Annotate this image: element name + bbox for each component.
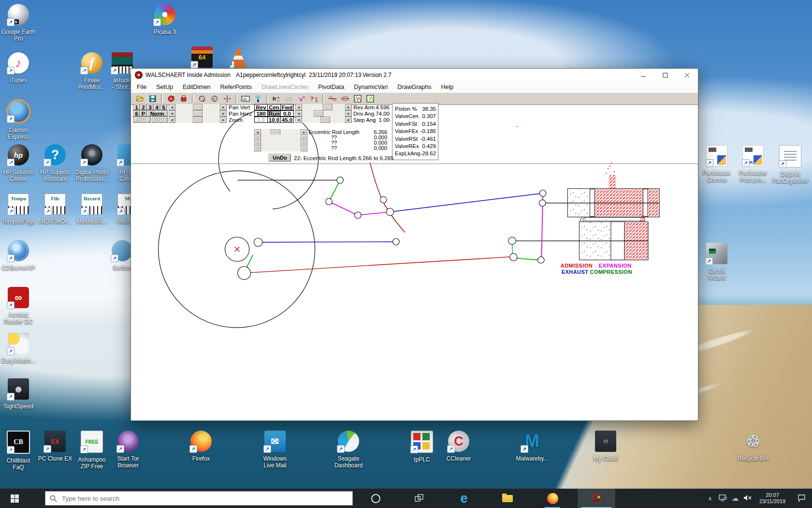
desktop-icon-hp-solution-center[interactable]: hp↗HP SolutionCenter bbox=[0, 144, 39, 183]
tray-chevron-icon[interactable]: ∧ bbox=[704, 495, 716, 502]
wave-icon[interactable] bbox=[326, 94, 339, 104]
scroll-thumb[interactable] bbox=[320, 117, 330, 123]
close-button[interactable] bbox=[676, 69, 698, 82]
desktop-icon-tempo-tempusfugit[interactable]: Tempo↗TempusFugit bbox=[0, 194, 39, 225]
menu-pivotdata[interactable]: PivotData bbox=[313, 84, 349, 90]
menu-setup[interactable]: SetUp bbox=[151, 84, 178, 90]
scroll-right-icon[interactable]: ▸ bbox=[220, 110, 227, 117]
graph-yellow-green-icon[interactable] bbox=[364, 94, 377, 104]
open-folder-icon[interactable] bbox=[134, 94, 146, 104]
print-icon[interactable] bbox=[177, 94, 190, 104]
q4-arrow-icon[interactable]: ?4 bbox=[308, 94, 320, 104]
rotate-ccw-icon[interactable] bbox=[208, 94, 221, 104]
view-button-1[interactable]: 1 bbox=[133, 104, 140, 110]
cell-180[interactable]: 180 bbox=[254, 110, 268, 117]
scroll-left-icon[interactable]: ◂ bbox=[169, 110, 175, 117]
calc-icon[interactable]: c|c bbox=[239, 94, 252, 104]
menu-dynamicvari[interactable]: DynamicVari bbox=[349, 84, 392, 90]
cell-fwd[interactable]: Fwd bbox=[280, 104, 294, 110]
desktop-icon-traffic-cone[interactable]: ↗ bbox=[218, 46, 259, 68]
task-view-button[interactable] bbox=[407, 489, 431, 508]
undo-button[interactable]: UnDo bbox=[269, 154, 291, 162]
scroll-right-icon[interactable]: ▸ bbox=[220, 117, 227, 123]
disc-icon[interactable] bbox=[165, 94, 177, 104]
desktop-icon-itunes[interactable]: ♪↗iTunes bbox=[0, 52, 39, 84]
cell-10.0[interactable]: 10.0 bbox=[267, 117, 281, 123]
cell-45.0[interactable]: 45.0 bbox=[280, 117, 294, 123]
desktop-icon-sightspeed[interactable]: ☻↗SightSpeed bbox=[0, 378, 39, 410]
cell-rev[interactable]: Rev bbox=[254, 104, 268, 110]
menu-referpoints[interactable]: ReferPoints bbox=[216, 84, 257, 90]
slider-step-ang[interactable]: ◂▸ bbox=[295, 117, 352, 123]
desktop-icon-malwarebytes[interactable]: M↗Malwareby... bbox=[511, 431, 553, 463]
scroll-right-icon[interactable]: ▸ bbox=[345, 104, 352, 110]
view-button-5[interactable]: 5 bbox=[160, 104, 167, 110]
scroll-right-icon[interactable]: ▸ bbox=[220, 104, 227, 110]
desktop-icon-start-tor-browser[interactable]: ↗Start TorBrowser bbox=[107, 431, 149, 469]
menu-help[interactable]: Help bbox=[436, 84, 458, 90]
desktop-icon-ccleaner[interactable]: C↗CCleaner bbox=[438, 431, 479, 463]
slider-pan-vert[interactable]: ◂▸ bbox=[169, 104, 227, 110]
desktop-icon-mini-midi-recorder[interactable]: Record↗MiniMidiR... bbox=[71, 194, 113, 225]
desktop-icon-my-cloud[interactable]: ○My Cloud bbox=[585, 431, 626, 463]
view-button-3[interactable]: 3 bbox=[146, 104, 154, 110]
graph-green-red-icon[interactable] bbox=[351, 94, 364, 104]
rotate-cw-icon[interactable] bbox=[196, 94, 208, 104]
title-bar[interactable]: WALSCHAERT Inside Admission A1peppercorn… bbox=[131, 69, 698, 81]
menu-editdimen[interactable]: EditDimen bbox=[178, 84, 216, 90]
scroll-left-icon[interactable]: ◂ bbox=[169, 104, 175, 110]
desktop-icon-tpplc[interactable]: ↗tpPLC bbox=[401, 431, 443, 463]
desktop-icon-hp-support-assistant[interactable]: ?↗HP SupportAssistant bbox=[34, 144, 76, 183]
search-input[interactable] bbox=[61, 494, 324, 503]
network-icon[interactable] bbox=[716, 494, 729, 503]
desktop-icon-sixty-four[interactable]: 64↗ bbox=[181, 46, 223, 68]
slider-rev-arm[interactable]: ◂▸ bbox=[295, 104, 352, 110]
desktop-icon-midifile-organiser[interactable]: File↗MIDIFileOr... bbox=[34, 194, 76, 225]
slider-pan-horz[interactable]: ◂▸ bbox=[169, 110, 227, 117]
walschaert-taskbar-icon[interactable] bbox=[578, 489, 615, 508]
desktop-icon-circuit-wizard[interactable]: ↗CircuitWizard bbox=[696, 243, 738, 282]
taskbar-search[interactable] bbox=[45, 491, 353, 506]
desktop-icon-cdburnerxp[interactable]: ↗CDBurnerXP bbox=[0, 240, 39, 272]
cell-cen[interactable]: Cen bbox=[267, 104, 281, 110]
view-button-6[interactable]: 6 bbox=[133, 110, 140, 117]
cell-1.0[interactable]: 1.0 bbox=[254, 117, 268, 123]
scroll-thumb[interactable] bbox=[193, 104, 203, 110]
menu-drawlinescircles[interactable]: DrawLinesCircles bbox=[257, 84, 313, 90]
scroll-left-icon[interactable]: ◂ bbox=[169, 117, 175, 123]
scroll-left-icon[interactable]: ◂ bbox=[254, 145, 261, 151]
file-explorer-taskbar-icon[interactable] bbox=[496, 489, 519, 508]
onedrive-icon[interactable]: ☁ bbox=[729, 494, 741, 503]
v2-check-icon[interactable]: 2 bbox=[295, 94, 308, 104]
minimize-button[interactable] bbox=[633, 69, 654, 82]
scroll-right-icon[interactable]: ▸ bbox=[345, 117, 352, 123]
move-axis-icon[interactable] bbox=[221, 94, 233, 104]
view-button-rp1[interactable]: RP1 bbox=[133, 117, 151, 123]
desktop-icon-recycle-bin[interactable]: ♲Recycle Bin bbox=[732, 431, 774, 463]
desktop-icon-garmin-express[interactable]: ↗GarminExpress bbox=[0, 99, 39, 141]
slider-driv-ang[interactable]: ◂▸ bbox=[295, 110, 352, 117]
ellipse-icon[interactable] bbox=[339, 94, 351, 104]
h2-arrow-icon[interactable]: h2 bbox=[270, 94, 283, 104]
firefox-taskbar-icon[interactable] bbox=[541, 489, 564, 508]
view-button-2[interactable]: 2 bbox=[140, 104, 147, 110]
desktop-icon-firefox[interactable]: ↗Firefox bbox=[180, 431, 222, 463]
scroll-right-icon[interactable]: ▸ bbox=[345, 110, 352, 117]
scroll-left-icon[interactable]: ◂ bbox=[295, 110, 302, 117]
scroll-thumb[interactable] bbox=[193, 110, 203, 117]
menu-file[interactable]: File bbox=[132, 84, 151, 90]
desktop-icon-partmaster-post-processor[interactable]: PPR↗PartMasterPost pro... bbox=[732, 145, 774, 184]
view-button-4[interactable]: 4 bbox=[153, 104, 160, 110]
desktop-icon-digital-photo-professional[interactable]: ↗Digital PhotoProfession... bbox=[71, 144, 113, 183]
scroll-thumb[interactable] bbox=[314, 110, 323, 117]
desktop-icon-dolphin-partorganiser[interactable]: ↗DolphinPartOrganiser bbox=[769, 145, 811, 185]
maximize-button[interactable] bbox=[654, 69, 676, 82]
action-center-icon[interactable] bbox=[791, 494, 812, 503]
slider-zoom[interactable]: ◂▸ bbox=[169, 117, 227, 123]
view-button-p[interactable]: P bbox=[140, 110, 147, 117]
scroll-left-icon[interactable]: ◂ bbox=[295, 104, 302, 110]
protractor-icon[interactable] bbox=[283, 94, 295, 104]
desktop-icon-partmaster-comms[interactable]: ↗PartMasterComms bbox=[696, 145, 738, 184]
desktop-icon-google-earth-pro[interactable]: Pro↗Google EarthPro bbox=[0, 4, 39, 43]
desktop-icon-ashampoo-zip-free[interactable]: FREE↗AshampooZIP Free bbox=[71, 431, 113, 470]
